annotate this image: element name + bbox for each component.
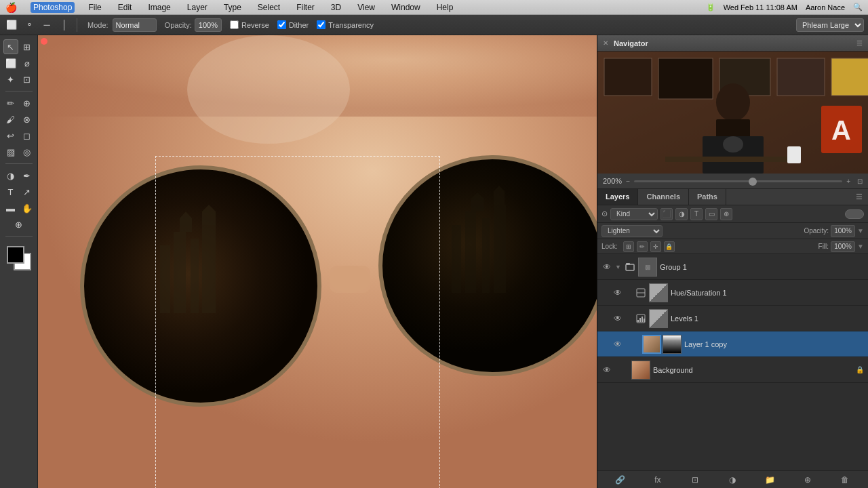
layer-link-btn[interactable]: 🔗: [614, 473, 627, 487]
layer-eye-huesat[interactable]: 👁: [612, 287, 623, 298]
dodge-tool[interactable]: ◑: [3, 168, 18, 183]
history-tool[interactable]: ↩: [3, 128, 18, 143]
navigator-options-icon[interactable]: ☰: [856, 39, 863, 47]
lock-image-btn[interactable]: ✏: [637, 241, 648, 252]
layer-eye-layer1copy[interactable]: 👁: [612, 339, 623, 350]
filter-shape-btn[interactable]: ▭: [705, 208, 717, 220]
navigator-expand-icon[interactable]: ⊡: [857, 178, 863, 185]
lock-position-btn[interactable]: ✛: [650, 241, 661, 252]
layer-expand-group1[interactable]: ▼: [615, 264, 622, 270]
lasso-tool[interactable]: ⌀: [20, 56, 35, 70]
layer-delete-btn[interactable]: 🗑: [838, 473, 852, 487]
menu-image[interactable]: Image: [145, 3, 173, 12]
zoom-out-icon[interactable]: −: [626, 178, 630, 185]
layer-row-huesat[interactable]: 👁 Hue/Saturation 1: [597, 280, 868, 306]
menu-3d[interactable]: 3D: [328, 3, 344, 12]
menu-filter[interactable]: Filter: [294, 3, 317, 12]
toolbar-rect-marquee[interactable]: ⬜: [4, 18, 19, 33]
zoom-in-icon[interactable]: +: [846, 178, 850, 185]
mode-label: Mode:: [87, 21, 108, 29]
zoom-slider[interactable]: [634, 180, 842, 182]
tab-paths[interactable]: Paths: [689, 189, 726, 205]
brush-tool[interactable]: 🖌: [3, 112, 18, 127]
layers-panel-menu[interactable]: ☰: [850, 189, 868, 205]
dither-checkbox[interactable]: [277, 20, 286, 29]
hand-tool[interactable]: ✋: [20, 201, 35, 216]
lock-transparent-btn[interactable]: ⊞: [623, 241, 634, 252]
menu-file[interactable]: File: [85, 3, 104, 12]
fill-chevron[interactable]: ▼: [857, 243, 864, 250]
layer-mask-btn[interactable]: ⊡: [688, 473, 702, 487]
layer-new-btn[interactable]: ⊕: [801, 473, 814, 487]
rect-marquee-tool[interactable]: ⬜: [3, 56, 18, 70]
lock-all-btn[interactable]: 🔒: [664, 241, 675, 252]
filter-toggle-switch[interactable]: [845, 209, 864, 219]
search-icon[interactable]: 🔍: [853, 3, 863, 12]
type-tool[interactable]: T: [3, 184, 18, 199]
filter-toggle[interactable]: [845, 209, 864, 219]
zoom-tool[interactable]: ⊕: [12, 217, 26, 232]
menu-view[interactable]: View: [355, 3, 378, 12]
canvas-close-button[interactable]: [41, 38, 47, 45]
eyedropper-tool[interactable]: ✏: [3, 96, 18, 110]
clone-tool[interactable]: ⊗: [20, 112, 35, 127]
opacity-value-input[interactable]: 100%: [831, 225, 855, 237]
foreground-color-swatch[interactable]: [7, 246, 24, 264]
blend-mode-select[interactable]: Lighten Normal Multiply Screen Overlay: [601, 225, 663, 237]
menu-window[interactable]: Window: [389, 3, 423, 12]
blur-tool[interactable]: ◎: [20, 144, 35, 159]
menu-edit[interactable]: Edit: [115, 3, 135, 12]
layer-row-levels[interactable]: 👁 Levels 1: [597, 306, 868, 331]
canvas-area: [38, 35, 597, 488]
toolbar-single-col[interactable]: │: [57, 18, 72, 33]
crop-tool[interactable]: ⊡: [20, 72, 35, 87]
layer-fx-btn[interactable]: fx: [651, 473, 665, 487]
filter-smart-btn[interactable]: ⊕: [720, 208, 732, 220]
move-tool[interactable]: ↖: [3, 39, 18, 54]
menu-select[interactable]: Select: [255, 3, 283, 12]
pen-tool[interactable]: ✒: [20, 168, 35, 183]
layer-adjustment-btn[interactable]: ◑: [726, 473, 739, 487]
path-tool[interactable]: ↗: [20, 184, 35, 199]
menu-type[interactable]: Type: [221, 3, 244, 12]
apple-menu[interactable]: 🍎: [5, 2, 17, 13]
layer-eye-group1[interactable]: 👁: [601, 262, 612, 272]
layer-eye-levels[interactable]: 👁: [612, 313, 623, 324]
preset-select[interactable]: Phlearn Large: [796, 18, 864, 32]
artboard-tool[interactable]: ⊞: [20, 39, 35, 54]
layer-row-background[interactable]: 👁 Background 🔒: [597, 357, 868, 383]
menu-layer[interactable]: Layer: [184, 3, 210, 12]
layer-name-background: Background: [653, 366, 853, 374]
gradient-tool[interactable]: ▨: [3, 144, 18, 159]
filter-type-btn[interactable]: T: [690, 208, 703, 220]
filter-type-select[interactable]: Kind: [610, 208, 658, 220]
opacity-input[interactable]: 100%: [195, 18, 222, 32]
filter-pixel-btn[interactable]: ⬛: [660, 208, 673, 220]
toolbar-ellipse-marquee[interactable]: ⚬: [22, 18, 37, 33]
layer-row-layer1copy[interactable]: 👁 Layer 1 copy: [597, 331, 868, 357]
tool-sep-2: [5, 163, 33, 164]
magic-wand-tool[interactable]: ✦: [3, 72, 18, 87]
tool-group-gradient: ▨ ◎: [3, 144, 35, 159]
menu-photoshop[interactable]: Photoshop: [31, 2, 75, 13]
layer-eye-background[interactable]: 👁: [601, 365, 612, 375]
toolbar-single-row[interactable]: ─: [39, 18, 54, 33]
opacity-chevron[interactable]: ▼: [857, 227, 864, 235]
svg-rect-22: [658, 58, 713, 99]
mode-select[interactable]: Normal Add Subtract Intersect: [113, 18, 157, 32]
menu-help[interactable]: Help: [434, 3, 456, 12]
filter-adjust-btn[interactable]: ◑: [675, 208, 688, 220]
transparency-checkbox[interactable]: [317, 20, 326, 29]
tab-layers[interactable]: Layers: [597, 189, 638, 205]
zoom-slider-handle[interactable]: [749, 178, 757, 186]
zoom-percentage: 200%: [603, 177, 622, 185]
tab-channels[interactable]: Channels: [638, 189, 689, 205]
layer-row-group1[interactable]: 👁 ▼ ▩ Group 1: [597, 254, 868, 280]
shape-tool[interactable]: ▬: [3, 201, 18, 216]
fill-value-input[interactable]: 100%: [831, 241, 855, 252]
heal-tool[interactable]: ⊕: [20, 96, 35, 110]
navigator-close[interactable]: ✕: [603, 39, 608, 47]
layer-group-btn[interactable]: 📁: [764, 473, 777, 487]
reverse-checkbox[interactable]: [230, 20, 239, 29]
eraser-tool[interactable]: ◻: [20, 128, 35, 143]
